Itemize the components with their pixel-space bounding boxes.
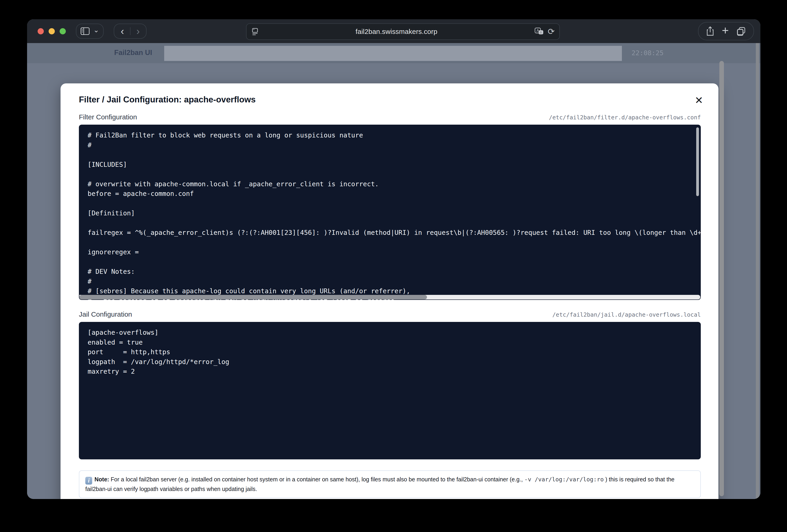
address-bar[interactable]: fail2ban.swissmakers.corp A ✩ ⟳ xyxy=(246,23,560,40)
new-tab-icon[interactable]: + xyxy=(722,24,729,37)
jail-config-code[interactable]: [apache-overflows] enabled = true port =… xyxy=(79,322,701,377)
filter-editor-horizontal-scrollbar[interactable] xyxy=(79,295,700,300)
forward-button[interactable]: › xyxy=(134,26,142,36)
modal-title: Filter / Jail Configuration: apache-over… xyxy=(79,95,701,105)
url-text[interactable]: fail2ban.swissmakers.corp xyxy=(258,28,534,36)
nav-divider xyxy=(130,27,130,35)
filter-editor-vertical-scrollbar[interactable] xyxy=(696,127,699,196)
app-title: Fail2ban UI xyxy=(114,49,152,57)
sidebar-button-group[interactable]: ⌄ xyxy=(76,24,104,39)
close-icon[interactable]: ✕ xyxy=(693,94,705,107)
header-clock: 22:08:25 xyxy=(632,49,664,57)
reload-icon[interactable]: ⟳ xyxy=(548,27,555,36)
sidebar-toggle-icon[interactable] xyxy=(81,27,90,35)
modal-scrollbar[interactable] xyxy=(719,61,724,496)
share-icon[interactable] xyxy=(706,26,714,36)
tab-overview-icon[interactable] xyxy=(737,27,746,36)
translate-icon[interactable]: A ✩ xyxy=(534,27,544,36)
info-icon: i xyxy=(85,477,92,485)
address-bar-actions: A ✩ ⟳ xyxy=(534,27,555,36)
browser-toolbar: ⌄ ‹ › fail2ban.swissmakers.corp xyxy=(27,19,760,43)
jail-config-path: /etc/fail2ban/jail.d/apache-overflows.lo… xyxy=(552,311,701,318)
filter-config-code[interactable]: # Fail2Ban filter to block web requests … xyxy=(79,125,701,300)
filter-jail-config-modal: Filter / Jail Configuration: apache-over… xyxy=(61,83,719,499)
toolbar-right-group: + xyxy=(698,22,754,40)
traffic-lights xyxy=(38,28,66,35)
safari-window: ⌄ ‹ › fail2ban.swissmakers.corp xyxy=(27,19,760,499)
page-backdrop: Fail2ban UI 22:08:25 Filter / Jail Confi… xyxy=(27,43,760,499)
back-button[interactable]: ‹ xyxy=(118,26,126,36)
screenshot-stage: ⌄ ‹ › fail2ban.swissmakers.corp xyxy=(0,0,787,532)
jail-config-editor[interactable]: [apache-overflows] enabled = true port =… xyxy=(79,322,701,459)
dimmed-app-header: Fail2ban UI 22:08:25 xyxy=(27,43,760,63)
note-text-1: For a local fail2ban server (e.g. instal… xyxy=(109,476,525,483)
chevron-down-icon[interactable]: ⌄ xyxy=(93,26,99,34)
minimize-window-button[interactable] xyxy=(49,28,55,35)
filter-config-path: /etc/fail2ban/filter.d/apache-overflows.… xyxy=(549,114,701,121)
filter-editor-horizontal-thumb[interactable] xyxy=(79,295,427,300)
note-code: -v /var/log:/var/log:ro xyxy=(525,476,604,483)
note-box: iNote: For a local fail2ban server (e.g.… xyxy=(79,470,701,498)
page-scrollbar[interactable] xyxy=(756,43,759,499)
close-window-button[interactable] xyxy=(38,28,44,35)
dimmed-header-bar xyxy=(164,46,622,61)
jail-config-label: Jail Configuration xyxy=(79,310,132,318)
svg-text:✩: ✩ xyxy=(539,31,542,34)
zoom-window-button[interactable] xyxy=(60,28,66,35)
filter-config-label: Filter Configuration xyxy=(79,113,137,121)
note-label: Note: xyxy=(94,476,109,483)
history-nav-group: ‹ › xyxy=(114,24,147,39)
filter-config-editor[interactable]: # Fail2Ban filter to block web requests … xyxy=(79,125,701,300)
reader-icon[interactable] xyxy=(252,28,258,36)
